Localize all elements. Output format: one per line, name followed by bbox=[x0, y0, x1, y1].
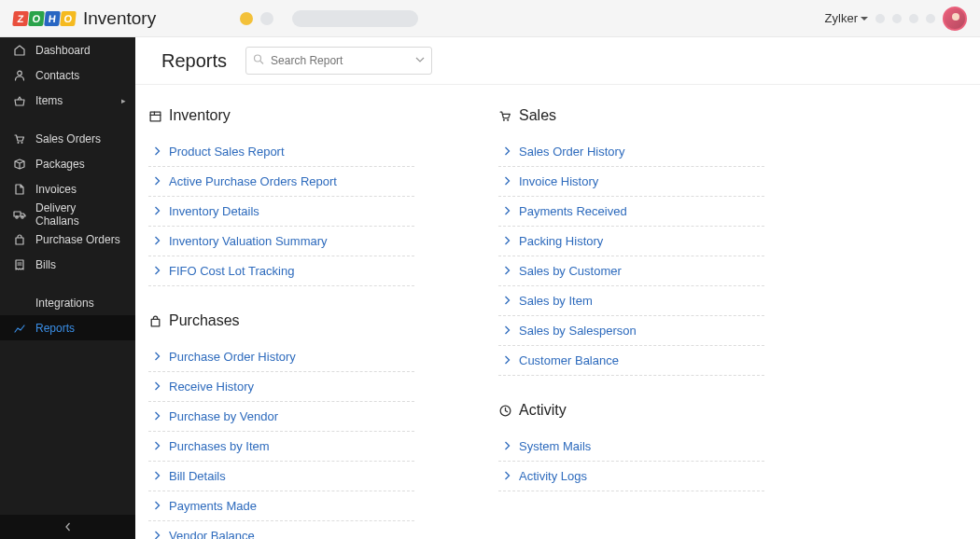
app-logo[interactable]: ZOHO Inventory bbox=[13, 8, 156, 29]
page-header: Reports bbox=[135, 37, 980, 85]
avatar[interactable] bbox=[943, 7, 967, 31]
report-link-label: Purchases by Item bbox=[169, 439, 270, 453]
report-list: Sales Order HistoryInvoice HistoryPaymen… bbox=[498, 137, 764, 376]
report-link[interactable]: Payments Received bbox=[498, 197, 764, 227]
org-switcher[interactable]: Zylker bbox=[825, 11, 868, 25]
sidebar-item-label: Invoices bbox=[35, 183, 77, 196]
section-title: Sales bbox=[498, 107, 764, 124]
chevron-right-icon bbox=[154, 204, 161, 218]
sidebar-item-sales-orders[interactable]: Sales Orders bbox=[0, 126, 135, 151]
report-link[interactable]: System Mails bbox=[498, 432, 764, 462]
svg-point-2 bbox=[21, 142, 23, 144]
report-link-label: Receive History bbox=[169, 380, 254, 394]
report-link-label: Sales Order History bbox=[519, 145, 624, 159]
box-icon bbox=[148, 109, 162, 123]
report-link[interactable]: Sales by Customer bbox=[498, 256, 764, 286]
report-list: System MailsActivity Logs bbox=[498, 432, 764, 491]
report-link[interactable]: Bill Details bbox=[148, 462, 414, 491]
sidebar-item-label: Dashboard bbox=[35, 44, 91, 57]
report-link[interactable]: Purchase Order History bbox=[148, 342, 414, 372]
report-link[interactable]: Inventory Details bbox=[148, 197, 414, 227]
report-link[interactable]: Product Sales Report bbox=[148, 137, 414, 167]
dot-icon bbox=[260, 12, 273, 25]
chevron-right-icon bbox=[154, 145, 161, 159]
user-icon bbox=[13, 69, 26, 82]
svg-rect-7 bbox=[150, 112, 161, 121]
report-section-sales: SalesSales Order HistoryInvoice HistoryP… bbox=[498, 107, 764, 376]
report-link[interactable]: Purchases by Item bbox=[148, 432, 414, 462]
sidebar-item-label: Sales Orders bbox=[35, 132, 101, 145]
report-section-purchases: PurchasesPurchase Order HistoryReceive H… bbox=[148, 312, 414, 539]
sidebar-item-items[interactable]: Items▸ bbox=[0, 88, 135, 113]
cart-icon bbox=[498, 109, 512, 123]
svg-point-0 bbox=[18, 71, 22, 76]
sidebar-item-dashboard[interactable]: Dashboard bbox=[0, 37, 135, 62]
chevron-right-icon bbox=[154, 439, 161, 453]
report-link[interactable]: Customer Balance bbox=[498, 346, 764, 376]
report-link[interactable]: Inventory Valuation Summary bbox=[148, 227, 414, 256]
report-link-label: Active Purchase Orders Report bbox=[169, 174, 337, 188]
report-link-label: Sales by Customer bbox=[519, 264, 622, 278]
report-link[interactable]: FIFO Cost Lot Tracking bbox=[148, 256, 414, 286]
sidebar-item-invoices[interactable]: Invoices bbox=[0, 176, 135, 201]
chevron-right-icon bbox=[504, 294, 511, 308]
report-link[interactable]: Packing History bbox=[498, 227, 764, 256]
report-link-label: Sales by Salesperson bbox=[519, 324, 637, 338]
svg-point-5 bbox=[255, 55, 261, 62]
sidebar-item-reports[interactable]: Reports bbox=[0, 315, 135, 340]
chevron-right-icon bbox=[154, 234, 161, 248]
sidebar-item-delivery-challans[interactable]: Delivery Challans bbox=[0, 201, 135, 227]
dot-icon bbox=[240, 12, 253, 25]
home-icon bbox=[13, 44, 26, 57]
report-link[interactable]: Receive History bbox=[148, 372, 414, 402]
sidebar-item-packages[interactable]: Packages bbox=[0, 151, 135, 176]
search-report-input[interactable] bbox=[245, 47, 432, 75]
search-report-control[interactable] bbox=[245, 47, 432, 75]
chart-icon bbox=[13, 322, 26, 335]
report-link[interactable]: Sales by Salesperson bbox=[498, 316, 764, 346]
sidebar-item-contacts[interactable]: Contacts bbox=[0, 62, 135, 88]
dot-icon bbox=[892, 14, 902, 23]
chevron-right-icon bbox=[154, 174, 161, 188]
report-link-label: Packing History bbox=[519, 234, 603, 248]
section-title-label: Purchases bbox=[169, 312, 240, 329]
dot-icon bbox=[875, 14, 885, 23]
report-link-label: Payments Received bbox=[519, 204, 627, 218]
report-link-label: FIFO Cost Lot Tracking bbox=[169, 264, 294, 278]
report-link[interactable]: Sales by Item bbox=[498, 286, 764, 316]
section-title: Inventory bbox=[148, 107, 414, 124]
report-section-inventory: InventoryProduct Sales ReportActive Purc… bbox=[148, 107, 414, 286]
basket-icon bbox=[13, 94, 26, 107]
report-section-activity: ActivitySystem MailsActivity Logs bbox=[498, 402, 764, 491]
sidebar-item-bills[interactable]: Bills bbox=[0, 252, 135, 277]
report-link[interactable]: Payments Made bbox=[148, 491, 414, 521]
chevron-right-icon bbox=[154, 409, 161, 423]
chevron-right-icon bbox=[504, 469, 511, 483]
chevron-right-icon bbox=[504, 174, 511, 188]
topbar-right: Zylker bbox=[825, 7, 967, 31]
cart-icon bbox=[13, 132, 26, 145]
report-link-label: Purchase by Vendor bbox=[169, 409, 278, 423]
topbar: ZOHO Inventory Zylker bbox=[0, 0, 980, 37]
sidebar-item-integrations[interactable]: Integrations bbox=[0, 290, 135, 315]
truck-icon bbox=[13, 208, 26, 221]
svg-point-4 bbox=[21, 215, 23, 217]
sidebar-item-label: Purchase Orders bbox=[35, 233, 120, 246]
report-link[interactable]: Invoice History bbox=[498, 167, 764, 197]
dot-icon bbox=[926, 14, 935, 23]
report-link[interactable]: Activity Logs bbox=[498, 462, 764, 491]
org-name-label: Zylker bbox=[825, 11, 858, 25]
report-link[interactable]: Active Purchase Orders Report bbox=[148, 167, 414, 197]
caret-down-icon bbox=[861, 17, 868, 21]
sidebar-collapse-button[interactable] bbox=[0, 515, 135, 539]
zoho-logo-icon: ZOHO bbox=[13, 11, 76, 26]
sidebar-item-purchase-orders[interactable]: Purchase Orders bbox=[0, 227, 135, 252]
report-link[interactable]: Vendor Balance bbox=[148, 521, 414, 539]
app-name: Inventory bbox=[83, 8, 156, 29]
report-link[interactable]: Purchase by Vendor bbox=[148, 402, 414, 432]
report-link-label: Inventory Valuation Summary bbox=[169, 234, 328, 248]
chevron-right-icon bbox=[154, 264, 161, 278]
section-title: Activity bbox=[498, 402, 764, 419]
report-link[interactable]: Sales Order History bbox=[498, 137, 764, 167]
report-link-label: Customer Balance bbox=[519, 353, 619, 367]
